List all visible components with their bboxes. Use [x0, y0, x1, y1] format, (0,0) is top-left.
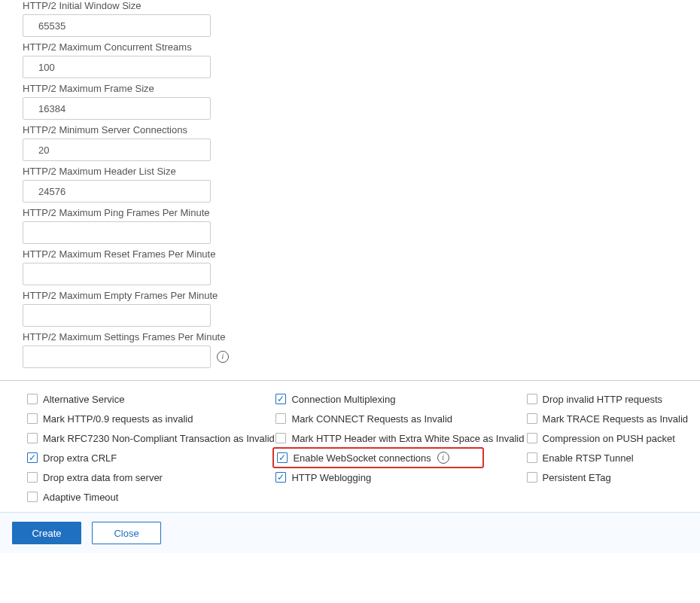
checkbox-drop-extra-crlf[interactable]: ✓ Drop extra CRLF: [27, 450, 275, 465]
checkbox-icon: [275, 413, 286, 424]
checkbox-icon: [527, 433, 537, 443]
field-label: HTTP/2 Maximum Ping Frames Per Minute: [23, 207, 688, 218]
checkbox-icon: [527, 413, 537, 424]
checkbox-icon: [527, 452, 537, 463]
field-http2-max-empty-frames: HTTP/2 Maximum Empty Frames Per Minute: [23, 290, 688, 327]
field-label: HTTP/2 Maximum Settings Frames Per Minut…: [23, 331, 688, 343]
http2-max-concurrent-streams-input[interactable]: [23, 56, 211, 78]
http2-max-empty-frames-input[interactable]: [23, 304, 211, 327]
field-label: HTTP/2 Maximum Frame Size: [23, 83, 688, 94]
http2-max-settings-frames-input[interactable]: [23, 346, 211, 368]
checkbox-alternative-service[interactable]: Alternative Service: [27, 391, 275, 407]
checkbox-enable-rtsp-tunnel[interactable]: Enable RTSP Tunnel: [527, 450, 688, 465]
info-icon[interactable]: i: [437, 452, 449, 464]
checkbox-compression-push[interactable]: Compression on PUSH packet: [527, 431, 688, 446]
field-http2-max-ping-frames: HTTP/2 Maximum Ping Frames Per Minute: [23, 207, 688, 244]
checkbox-icon: [27, 433, 38, 443]
field-http2-max-reset-frames: HTTP/2 Maximum Reset Frames Per Minute: [23, 248, 688, 285]
checkbox-drop-extra-data[interactable]: Drop extra data from server: [27, 470, 275, 485]
options-checkbox-section: Alternative Service Mark HTTP/0.9 reques…: [0, 380, 700, 512]
http2-max-ping-frames-input[interactable]: [23, 221, 211, 244]
field-label: HTTP/2 Maximum Concurrent Streams: [23, 41, 688, 53]
field-http2-max-settings-frames: HTTP/2 Maximum Settings Frames Per Minut…: [23, 331, 688, 368]
checkbox-icon: [527, 394, 537, 404]
checkbox-icon: [27, 413, 38, 424]
checkbox-icon: [27, 492, 38, 502]
checkbox-icon: ✓: [275, 394, 286, 404]
http2-max-frame-size-input[interactable]: [23, 97, 211, 120]
field-label: HTTP/2 Minimum Server Connections: [23, 124, 688, 136]
http2-max-reset-frames-input[interactable]: [23, 263, 211, 285]
checkbox-http-weblogging[interactable]: ✓ HTTP Weblogging: [275, 470, 526, 485]
checkbox-icon: [27, 472, 38, 483]
close-button[interactable]: Close: [92, 522, 161, 544]
checkbox-drop-invalid-http[interactable]: Drop invalid HTTP requests: [527, 391, 688, 407]
checkbox-adaptive-timeout[interactable]: Adaptive Timeout: [27, 489, 275, 504]
field-label: HTTP/2 Maximum Empty Frames Per Minute: [23, 290, 688, 301]
checkbox-persistent-etag[interactable]: Persistent ETag: [527, 470, 688, 485]
checkbox-connection-multiplexing[interactable]: ✓ Connection Multiplexing: [275, 391, 526, 407]
checkbox-mark-http09-invalid[interactable]: Mark HTTP/0.9 requests as invalid: [27, 411, 275, 426]
checkbox-icon: ✓: [275, 472, 286, 483]
options-column-2: ✓ Connection Multiplexing Mark CONNECT R…: [275, 391, 526, 485]
http2-max-header-list-size-input[interactable]: [23, 180, 211, 203]
checkbox-mark-rfc7230-invalid[interactable]: Mark RFC7230 Non-Compliant Transaction a…: [27, 431, 275, 446]
field-http2-max-concurrent-streams: HTTP/2 Maximum Concurrent Streams: [23, 41, 688, 78]
field-label: HTTP/2 Maximum Header List Size: [23, 166, 688, 177]
http2-min-server-connections-input[interactable]: [23, 139, 211, 161]
info-icon[interactable]: i: [217, 351, 229, 363]
http2-settings-form: HTTP/2 Initial Window Size HTTP/2 Maximu…: [0, 0, 700, 380]
checkbox-enable-websocket[interactable]: ✓ Enable WebSocket connections i: [275, 450, 526, 465]
highlight-box: ✓ Enable WebSocket connections i: [272, 447, 483, 468]
options-column-1: Alternative Service Mark HTTP/0.9 reques…: [27, 391, 275, 504]
checkbox-icon: ✓: [27, 452, 38, 463]
checkbox-mark-header-whitespace-invalid[interactable]: Mark HTTP Header with Extra White Space …: [275, 431, 526, 446]
create-button[interactable]: Create: [12, 522, 81, 544]
field-label: HTTP/2 Initial Window Size: [23, 0, 688, 11]
checkbox-icon: ✓: [277, 452, 288, 463]
checkbox-icon: [27, 394, 38, 404]
checkbox-mark-connect-invalid[interactable]: Mark CONNECT Requests as Invalid: [275, 411, 526, 426]
checkbox-mark-trace-invalid[interactable]: Mark TRACE Requests as Invalid: [527, 411, 688, 426]
field-http2-max-header-list-size: HTTP/2 Maximum Header List Size: [23, 166, 688, 203]
field-label: HTTP/2 Maximum Reset Frames Per Minute: [23, 248, 688, 260]
http2-initial-window-size-input[interactable]: [23, 14, 211, 37]
footer: Create Close: [0, 512, 700, 553]
checkbox-icon: [527, 472, 537, 483]
field-http2-max-frame-size: HTTP/2 Maximum Frame Size: [23, 83, 688, 120]
field-http2-min-server-connections: HTTP/2 Minimum Server Connections: [23, 124, 688, 161]
options-column-3: Drop invalid HTTP requests Mark TRACE Re…: [527, 391, 688, 485]
checkbox-icon: [275, 433, 286, 443]
field-http2-initial-window-size: HTTP/2 Initial Window Size: [23, 0, 688, 37]
